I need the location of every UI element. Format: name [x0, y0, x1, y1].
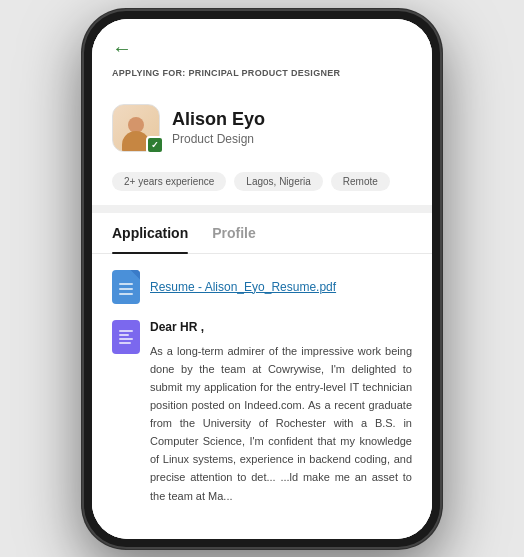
letter-line-1 [119, 330, 133, 332]
job-title: PRINCIPAL PRODUCT DESIGNER [188, 68, 340, 78]
pdf-icon [112, 270, 140, 304]
tab-profile[interactable]: Profile [212, 213, 256, 253]
tabs-row: Application Profile [92, 213, 432, 254]
back-button[interactable]: ← [112, 37, 132, 60]
candidate-name: Alison Eyo [172, 109, 412, 131]
divider [92, 205, 432, 213]
file-line-3 [119, 293, 133, 295]
screen-content: ← APPLYING FOR: PRINCIPAL PRODUCT DESIGN… [92, 19, 432, 539]
applying-for-text: APPLYING FOR: [112, 68, 186, 78]
letter-line-2 [119, 334, 129, 336]
tab-application[interactable]: Application [112, 213, 188, 253]
cover-letter-section: Dear HR , As a long-term admirer of the … [112, 320, 412, 502]
check-icon: ✓ [151, 140, 159, 150]
verified-badge: ✓ [146, 136, 164, 154]
phone-shell: ← APPLYING FOR: PRINCIPAL PRODUCT DESIGN… [82, 9, 442, 549]
content-area: Resume - Alison_Eyo_Resume.pdf [92, 254, 432, 539]
file-lines [114, 273, 138, 301]
tag-location: Lagos, Nigeria [234, 172, 322, 191]
applying-for-label: APPLYING FOR: PRINCIPAL PRODUCT DESIGNER [112, 68, 412, 78]
candidate-info: Alison Eyo Product Design [172, 109, 412, 146]
file-line-2 [119, 288, 133, 290]
tags-row: 2+ years experience Lagos, Nigeria Remot… [92, 164, 432, 205]
tag-experience: 2+ years experience [112, 172, 226, 191]
cover-greeting: Dear HR , [150, 320, 412, 334]
tag-remote: Remote [331, 172, 390, 191]
candidate-role: Product Design [172, 132, 412, 146]
cover-body: As a long-term admirer of the impressive… [150, 342, 412, 502]
top-bar: ← APPLYING FOR: PRINCIPAL PRODUCT DESIGN… [92, 19, 432, 90]
file-line-1 [119, 283, 133, 285]
letter-line-4 [119, 342, 131, 344]
phone-wrapper: ← APPLYING FOR: PRINCIPAL PRODUCT DESIGN… [0, 0, 524, 557]
cover-text-wrapper: Dear HR , As a long-term admirer of the … [150, 320, 412, 502]
letter-icon [112, 320, 140, 354]
letter-lines [113, 324, 139, 350]
avatar-wrapper: ✓ [112, 104, 160, 152]
letter-line-3 [119, 338, 133, 340]
phone-screen: ← APPLYING FOR: PRINCIPAL PRODUCT DESIGN… [92, 19, 432, 539]
resume-link[interactable]: Resume - Alison_Eyo_Resume.pdf [150, 280, 336, 294]
candidate-card: ✓ Alison Eyo Product Design [92, 90, 432, 164]
resume-row: Resume - Alison_Eyo_Resume.pdf [112, 270, 412, 304]
